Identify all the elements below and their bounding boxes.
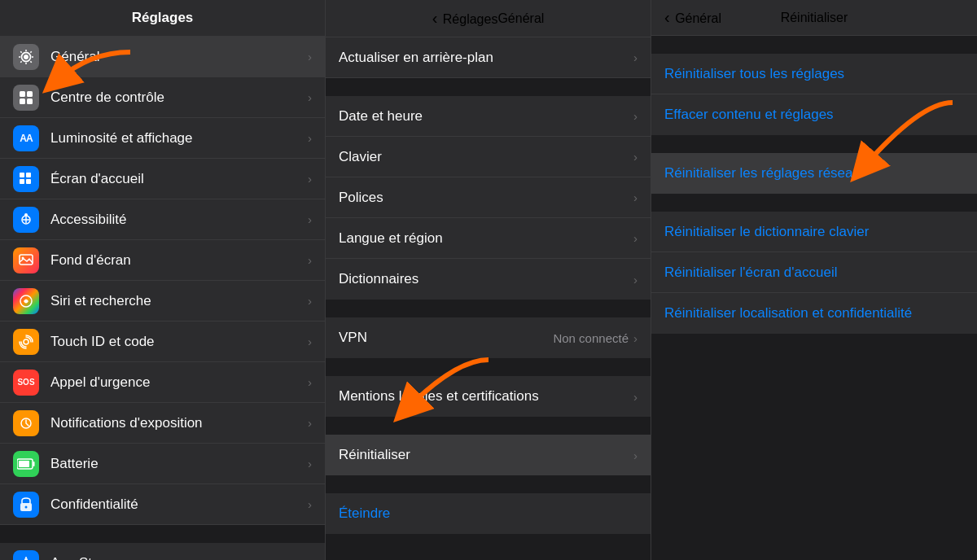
sidebar-item-siri[interactable]: Siri et recherche › bbox=[0, 281, 325, 322]
sidebar-item-appstore[interactable]: App Store › bbox=[0, 543, 325, 560]
reinit-accueil-label: Réinitialiser l'écran d'accueil bbox=[664, 265, 964, 281]
right-back-label: Général bbox=[675, 11, 721, 25]
sidebar-item-general[interactable]: Général › bbox=[0, 37, 325, 77]
wallpaper-label: Fond d'écran bbox=[50, 252, 308, 269]
mid-item-dict[interactable]: Dictionnaires › bbox=[326, 259, 651, 300]
mid-div1 bbox=[326, 78, 651, 96]
right-title: Réinitialiser bbox=[781, 11, 848, 25]
right-group1: Réinitialiser tous les réglages Effacer … bbox=[651, 54, 977, 135]
mid-item-date[interactable]: Date et heure › bbox=[326, 96, 651, 137]
right-header: ‹ Général Réinitialiser bbox=[651, 0, 977, 36]
right-item-reinit-reseau[interactable]: Réinitialiser les réglages réseau bbox=[651, 153, 977, 194]
exposure-label: Notifications d'exposition bbox=[50, 415, 308, 431]
wallpaper-chevron: › bbox=[308, 253, 312, 267]
svg-rect-4 bbox=[20, 98, 25, 104]
right-item-reinit-clavier[interactable]: Réinitialiser le dictionnaire clavier bbox=[651, 212, 977, 252]
touchid-label: Touch ID et code bbox=[50, 334, 308, 350]
mentions-chevron: › bbox=[633, 390, 637, 404]
mid-item-clavier[interactable]: Clavier › bbox=[326, 137, 651, 177]
siri-icon bbox=[13, 288, 39, 314]
sidebar-item-display[interactable]: AA Luminosité et affichage › bbox=[0, 118, 325, 159]
appstore-icon bbox=[13, 550, 39, 560]
right-item-effacer[interactable]: Effacer contenu et réglages bbox=[651, 94, 977, 135]
mid-div3 bbox=[326, 358, 651, 376]
appstore-chevron: › bbox=[308, 557, 312, 561]
reinit-reseau-label: Réinitialiser les réglages réseau bbox=[664, 165, 964, 182]
svg-rect-9 bbox=[26, 179, 31, 184]
reinit-chevron: › bbox=[633, 448, 637, 462]
right-div1 bbox=[651, 135, 977, 153]
sidebar-item-sos[interactable]: SOS Appel d'urgence › bbox=[0, 362, 325, 403]
svg-point-17 bbox=[24, 339, 28, 344]
sidebar-item-access[interactable]: Accessibilité › bbox=[0, 199, 325, 240]
touchid-icon bbox=[13, 329, 39, 355]
left-title: Réglages bbox=[132, 10, 194, 26]
battery-chevron: › bbox=[308, 457, 312, 470]
home-chevron: › bbox=[308, 172, 312, 186]
dict-label: Dictionnaires bbox=[339, 271, 633, 287]
reinit-label: Réinitialiser bbox=[339, 447, 633, 463]
date-label: Date et heure bbox=[339, 108, 633, 125]
mid-item-reinit[interactable]: Réinitialiser › bbox=[326, 435, 651, 475]
svg-rect-8 bbox=[20, 179, 24, 184]
sidebar-item-privacy[interactable]: Confidentialité › bbox=[0, 484, 325, 525]
mid-item-background[interactable]: Actualiser en arrière-plan › bbox=[326, 37, 651, 78]
mid-back-button[interactable]: ‹ Réglages bbox=[432, 10, 498, 27]
sidebar-item-home[interactable]: Écran d'accueil › bbox=[0, 159, 325, 199]
mid-item-langue[interactable]: Langue et région › bbox=[326, 218, 651, 259]
touchid-chevron: › bbox=[308, 335, 312, 348]
sos-chevron: › bbox=[308, 375, 312, 389]
right-item-reinit-local[interactable]: Réinitialiser localisation et confidenti… bbox=[651, 293, 977, 334]
eteindre-label: Éteindre bbox=[339, 505, 637, 522]
mid-back-label: Réglages bbox=[443, 12, 498, 26]
display-label: Luminosité et affichage bbox=[50, 130, 308, 147]
reinit-clavier-label: Réinitialiser le dictionnaire clavier bbox=[664, 224, 964, 240]
exposure-icon bbox=[13, 410, 39, 436]
right-item-reinit-reglages[interactable]: Réinitialiser tous les réglages bbox=[651, 54, 977, 94]
battery-label: Batterie bbox=[50, 456, 308, 472]
svg-rect-3 bbox=[27, 91, 33, 97]
svg-rect-2 bbox=[20, 91, 25, 97]
svg-rect-6 bbox=[20, 173, 24, 177]
control-label: Centre de contrôle bbox=[50, 90, 308, 106]
polices-chevron: › bbox=[633, 190, 637, 204]
langue-label: Langue et région bbox=[339, 230, 633, 247]
sidebar-item-battery[interactable]: Batterie › bbox=[0, 444, 325, 484]
privacy-label: Confidentialité bbox=[50, 497, 308, 513]
mid-div2 bbox=[326, 300, 651, 317]
mid-group1: Date et heure › Clavier › Polices › Lang… bbox=[326, 96, 651, 300]
home-label: Écran d'accueil bbox=[50, 171, 308, 187]
control-chevron: › bbox=[308, 90, 312, 104]
mid-item-mentions[interactable]: Mentions légales et certifications › bbox=[326, 376, 651, 417]
right-div0 bbox=[651, 36, 977, 54]
sidebar-item-touchid[interactable]: Touch ID et code › bbox=[0, 322, 325, 362]
sidebar-item-wallpaper[interactable]: Fond d'écran › bbox=[0, 240, 325, 281]
background-label: Actualiser en arrière-plan bbox=[339, 50, 633, 66]
sidebar-item-exposure[interactable]: Notifications d'exposition › bbox=[0, 403, 325, 444]
clavier-chevron: › bbox=[633, 150, 637, 164]
right-content: Réinitialiser tous les réglages Effacer … bbox=[651, 36, 977, 560]
polices-label: Polices bbox=[339, 190, 633, 206]
mid-item-eteindre[interactable]: Éteindre bbox=[326, 493, 651, 534]
right-group3: Réinitialiser le dictionnaire clavier Ré… bbox=[651, 212, 977, 334]
sos-icon: SOS bbox=[13, 370, 39, 396]
mid-div4 bbox=[326, 417, 651, 435]
general-label: Général bbox=[50, 49, 308, 65]
exposure-chevron: › bbox=[308, 416, 312, 430]
reinit-local-label: Réinitialiser localisation et confidenti… bbox=[664, 305, 964, 322]
siri-label: Siri et recherche bbox=[50, 293, 308, 309]
right-div2 bbox=[651, 194, 977, 212]
sidebar-item-control[interactable]: Centre de contrôle › bbox=[0, 77, 325, 118]
svg-rect-7 bbox=[26, 173, 31, 177]
access-label: Accessibilité bbox=[50, 212, 308, 228]
left-content: Général › Centre de contrôle › bbox=[0, 37, 325, 560]
vpn-value: Non connecté bbox=[553, 331, 629, 345]
mid-content: Actualiser en arrière-plan › Date et heu… bbox=[326, 37, 651, 560]
mid-item-vpn[interactable]: VPN Non connecté › bbox=[326, 317, 651, 358]
right-back-button[interactable]: ‹ Général bbox=[664, 9, 721, 26]
mid-item-polices[interactable]: Polices › bbox=[326, 177, 651, 218]
date-chevron: › bbox=[633, 109, 637, 123]
clavier-label: Clavier bbox=[339, 149, 633, 165]
mid-title: Général bbox=[497, 11, 544, 26]
right-item-reinit-accueil[interactable]: Réinitialiser l'écran d'accueil bbox=[651, 252, 977, 293]
